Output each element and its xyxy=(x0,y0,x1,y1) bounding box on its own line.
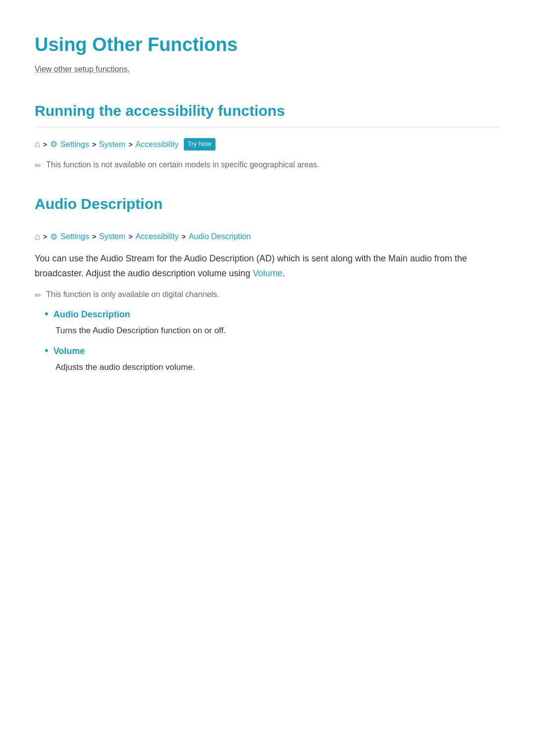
pencil-icon: ✏ xyxy=(35,159,41,172)
bullet-term-volume[interactable]: Volume xyxy=(54,344,85,358)
section2-note: ✏ This function is only available on dig… xyxy=(35,288,500,302)
page-title-section: Using Other Functions View other setup f… xyxy=(35,30,500,75)
page-title: Using Other Functions xyxy=(35,30,500,60)
section2-body-text1: You can use the Audio Stream for the Aud… xyxy=(35,253,467,279)
list-item-volume: • Volume Adjusts the audio description v… xyxy=(45,344,500,374)
breadcrumb-separator-2-3: > xyxy=(128,231,132,242)
bullet-desc-volume: Adjusts the audio description volume. xyxy=(55,360,500,374)
bullet-term-audio-description[interactable]: Audio Description xyxy=(54,307,130,322)
bullet-list: • Audio Description Turns the Audio Desc… xyxy=(45,307,500,374)
pencil-icon-2: ✏ xyxy=(35,289,41,302)
breadcrumb-accessibility-link[interactable]: Accessibility xyxy=(136,138,179,151)
page-subtitle: View other setup functions. xyxy=(35,63,500,76)
section1-title: Running the accessibility functions xyxy=(35,99,500,127)
bullet-desc-audio-description: Turns the Audio Description function on … xyxy=(55,324,500,337)
breadcrumb-audio-description-link[interactable]: Audio Description xyxy=(189,230,251,243)
volume-inline-link[interactable]: Volume xyxy=(253,268,282,278)
breadcrumb-accessibility: ⌂ > ⚙ Settings > System > Accessibility … xyxy=(35,137,500,151)
section1-note-text: This function is not available on certai… xyxy=(46,158,319,171)
breadcrumb-separator-1: > xyxy=(43,139,47,150)
breadcrumb-separator-2-2: > xyxy=(92,231,96,242)
breadcrumb-separator-2-4: > xyxy=(182,231,186,242)
section-accessibility: Running the accessibility functions ⌂ > … xyxy=(35,99,500,172)
breadcrumb-separator-2-1: > xyxy=(43,231,47,242)
breadcrumb-system-2[interactable]: System xyxy=(99,230,125,243)
section-audio-description: Audio Description ⌂ > ⚙ Settings > Syste… xyxy=(35,192,500,374)
breadcrumb-settings-2[interactable]: Settings xyxy=(60,230,89,243)
breadcrumb-settings[interactable]: Settings xyxy=(60,138,89,151)
bullet-dot-2: • xyxy=(45,344,49,357)
breadcrumb-separator-3: > xyxy=(128,139,132,150)
section2-body-text2: . xyxy=(282,268,285,278)
breadcrumb-accessibility-2[interactable]: Accessibility xyxy=(136,230,179,243)
home-icon: ⌂ xyxy=(35,137,40,151)
list-item-audio-description: • Audio Description Turns the Audio Desc… xyxy=(45,307,500,337)
bullet-dot-1: • xyxy=(45,307,49,320)
settings-icon-2: ⚙ xyxy=(50,230,57,244)
section1-note: ✏ This function is not available on cert… xyxy=(35,158,500,172)
settings-icon: ⚙ xyxy=(50,138,57,151)
breadcrumb-audio-description: ⌂ > ⚙ Settings > System > Accessibility … xyxy=(35,230,500,244)
breadcrumb-system[interactable]: System xyxy=(99,138,125,151)
section2-body: You can use the Audio Stream for the Aud… xyxy=(35,251,500,281)
section2-title: Audio Description xyxy=(35,192,500,220)
try-now-badge[interactable]: Try Now xyxy=(184,138,215,151)
breadcrumb-separator-2: > xyxy=(92,139,96,150)
home-icon-2: ⌂ xyxy=(35,230,40,244)
section2-note-text: This function is only available on digit… xyxy=(46,288,219,301)
